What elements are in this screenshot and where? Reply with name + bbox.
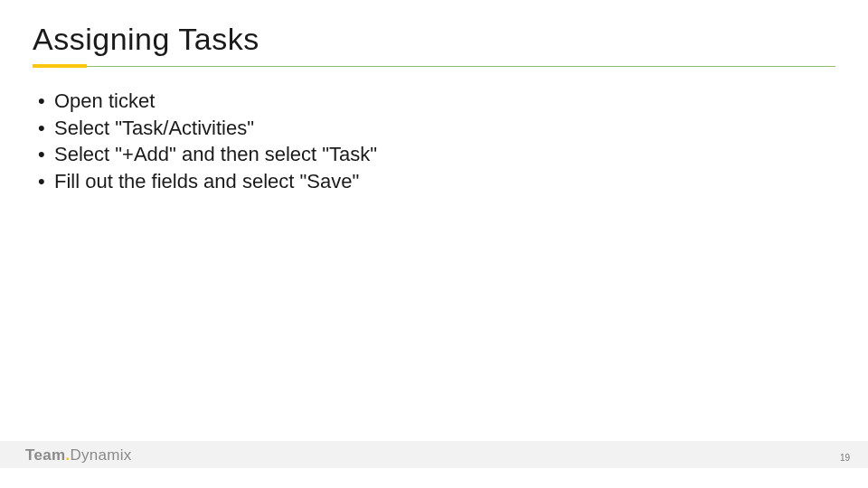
title-underline-green (33, 66, 835, 67)
bullet-list: Open ticket Select "Task/Activities" Sel… (33, 88, 835, 195)
bullet-item: Select "Task/Activities" (38, 115, 835, 142)
slide: Assigning Tasks Open ticket Select "Task… (0, 0, 868, 488)
bullet-item: Fill out the fields and select "Save" (38, 168, 835, 195)
logo-text-dynamix: Dynamix (70, 446, 131, 464)
bullet-item: Open ticket (38, 88, 835, 115)
title-underline (33, 64, 835, 68)
slide-title: Assigning Tasks (33, 22, 835, 57)
footer: Team.Dynamix 19 (0, 436, 868, 488)
title-underline-yellow (33, 64, 87, 68)
page-number: 19 (840, 453, 850, 463)
bullet-item: Select "+Add" and then select "Task" (38, 141, 835, 168)
logo-text-team: Team (25, 446, 65, 464)
brand-logo: Team.Dynamix (25, 446, 132, 465)
